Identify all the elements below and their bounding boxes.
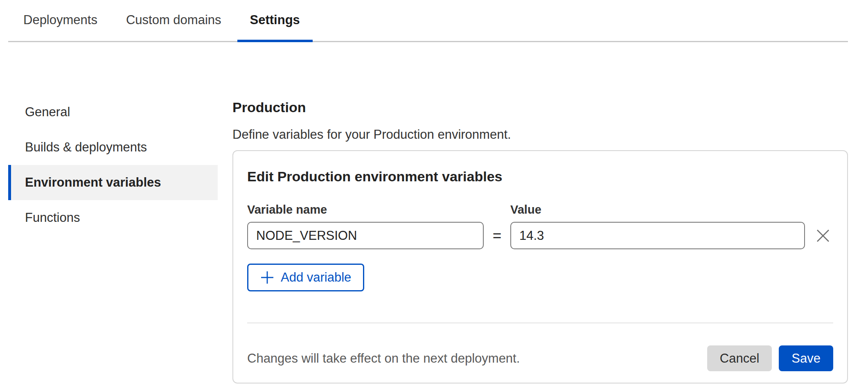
tab-settings[interactable]: Settings [237, 0, 313, 42]
variable-value-input[interactable] [510, 222, 805, 249]
field-labels-row: Variable name Value [247, 203, 833, 217]
remove-variable-button[interactable] [813, 226, 833, 246]
sidebar-item-functions[interactable]: Functions [8, 200, 218, 235]
equals-sign: = [484, 227, 510, 244]
sidebar-item-environment-variables[interactable]: Environment variables [8, 165, 218, 200]
value-label: Value [510, 203, 541, 217]
tab-deployments[interactable]: Deployments [11, 0, 110, 42]
deployment-note: Changes will take effect on the next dep… [247, 351, 520, 366]
card-footer: Changes will take effect on the next dep… [247, 345, 833, 371]
label-spacer [484, 203, 510, 217]
cancel-button[interactable]: Cancel [707, 345, 772, 371]
x-icon [815, 228, 831, 244]
page-subtitle: Define variables for your Production env… [232, 127, 848, 142]
variable-name-input[interactable] [247, 222, 484, 249]
main-panel: Production Define variables for your Pro… [232, 95, 848, 383]
add-variable-label: Add variable [281, 270, 351, 285]
sidebar-item-builds-deployments[interactable]: Builds & deployments [8, 130, 218, 165]
settings-content: General Builds & deployments Environment… [0, 42, 868, 383]
footer-actions: Cancel Save [707, 345, 833, 371]
add-variable-button[interactable]: Add variable [247, 264, 364, 291]
variable-name-label: Variable name [247, 203, 484, 217]
tab-custom-domains[interactable]: Custom domains [113, 0, 234, 42]
settings-sidebar: General Builds & deployments Environment… [8, 95, 218, 235]
page-title: Production [232, 99, 848, 116]
tab-bar: Deployments Custom domains Settings [8, 0, 848, 42]
card-title: Edit Production environment variables [247, 168, 833, 185]
environment-variables-card: Edit Production environment variables Va… [232, 150, 848, 383]
card-divider [247, 323, 833, 323]
sidebar-item-general[interactable]: General [8, 95, 218, 130]
save-button[interactable]: Save [779, 345, 833, 371]
plus-icon [260, 271, 274, 284]
variable-row: = [247, 222, 833, 249]
